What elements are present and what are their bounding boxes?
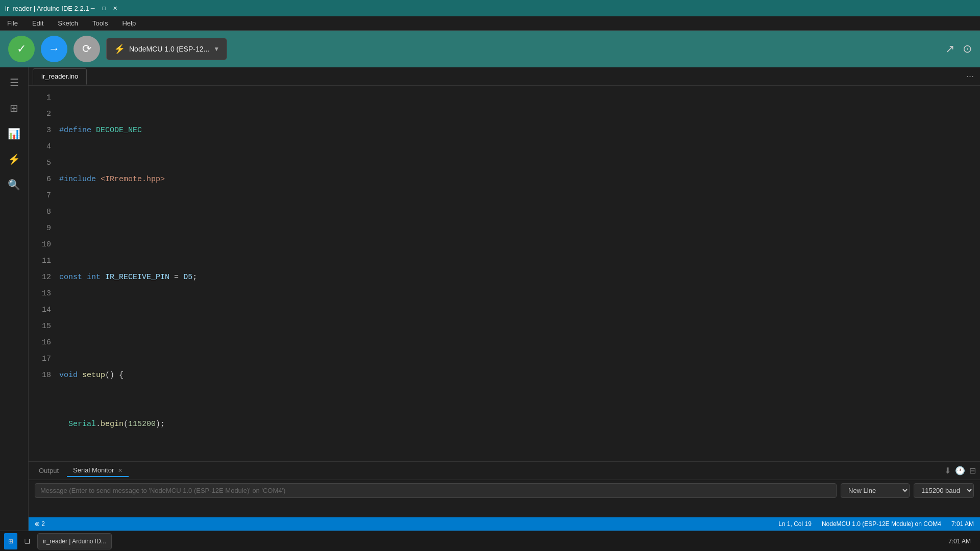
status-bar: ⊗ 2 Ln 1, Col 19 NodeMCU 1.0 (ESP-12E Mo… xyxy=(29,517,980,531)
menu-item-edit[interactable]: Edit xyxy=(29,18,46,28)
usb-icon: ⚡ xyxy=(114,43,125,55)
chevron-down-icon: ▼ xyxy=(213,45,219,53)
clock-icon[interactable]: 🕐 xyxy=(955,466,965,475)
sidebar-icon-charts[interactable]: 📊 xyxy=(4,123,24,144)
code-content[interactable]: #define DECODE_NEC #include <IRremote.hp… xyxy=(59,86,980,461)
taskbar: ⊞ ❑ ir_reader | Arduino ID... 7:01 AM xyxy=(0,531,980,551)
monitor-button[interactable]: ⊙ xyxy=(963,42,972,56)
tab-filename-label: ir_reader.ino xyxy=(41,72,78,80)
toolbar-right: ↗ ⊙ xyxy=(945,42,972,56)
upload-button[interactable]: → xyxy=(41,36,67,62)
app-taskbar-button[interactable]: ir_reader | Arduino ID... xyxy=(37,533,112,549)
main-area: ☰ ⊞ 📊 ⚡ 🔍 ir_reader.ino ··· 1234 5678 91… xyxy=(0,67,980,531)
menu-item-help[interactable]: Help xyxy=(119,18,139,28)
title-bar: ir_reader | Arduino IDE 2.2.1 ─ □ ✕ xyxy=(0,0,980,16)
status-board: NodeMCU 1.0 (ESP-12E Module) on COM4 xyxy=(822,520,941,528)
serial-message-input[interactable] xyxy=(35,483,837,498)
serial-input-bar: No Line EndingNewlineCarriage ReturnNew … xyxy=(29,480,980,501)
status-errors: ⊗ 2 xyxy=(35,520,45,528)
baud-select[interactable]: 9600 baud115200 baud57600 baud xyxy=(914,483,974,498)
title-text: ir_reader | Arduino IDE 2.2.1 xyxy=(5,5,89,12)
sidebar-icon-files[interactable]: ⊞ xyxy=(4,98,24,118)
window-controls: ─ □ ✕ xyxy=(89,5,119,12)
filter-icon[interactable]: ⊟ xyxy=(969,466,976,475)
serial-monitor-close[interactable]: ✕ xyxy=(118,467,122,473)
scroll-down-icon[interactable]: ⬇ xyxy=(944,466,951,475)
menu-bar: FileEditSketchToolsHelp xyxy=(0,16,980,31)
sidebar-icon-debug[interactable]: ⚡ xyxy=(4,149,24,169)
start-button[interactable]: ⊞ xyxy=(4,533,17,549)
taskview-button[interactable]: ❑ xyxy=(19,533,35,549)
tab-bar: ir_reader.ino ··· xyxy=(29,67,980,86)
board-selector[interactable]: ⚡ NodeMCU 1.0 (ESP-12... ▼ xyxy=(106,38,227,60)
plotter-button[interactable]: ↗ xyxy=(945,42,954,56)
serial-monitor-tab[interactable]: Serial Monitor ✕ xyxy=(67,464,129,477)
sidebar-icon-menu[interactable]: ☰ xyxy=(4,72,24,93)
newline-select[interactable]: No Line EndingNewlineCarriage ReturnNew … xyxy=(841,483,910,498)
toolbar: ✓ → ⟳ ⚡ NodeMCU 1.0 (ESP-12... ▼ ↗ ⊙ xyxy=(0,31,980,67)
board-name-label: NodeMCU 1.0 (ESP-12... xyxy=(129,45,209,53)
verify-button[interactable]: ✓ xyxy=(8,36,35,62)
status-position: Ln 1, Col 19 xyxy=(778,520,812,528)
restore-button[interactable]: □ xyxy=(101,5,108,12)
menu-item-file[interactable]: File xyxy=(4,18,21,28)
bottom-panel: Output Serial Monitor ✕ ⬇ 🕐 ⊟ No Line En… xyxy=(29,461,980,517)
minimize-button[interactable]: ─ xyxy=(89,5,96,12)
tab-more-button[interactable]: ··· xyxy=(960,71,980,82)
status-time: 7:01 AM xyxy=(951,520,974,528)
bottom-tabs: Output Serial Monitor ✕ ⬇ 🕐 ⊟ xyxy=(29,462,980,480)
output-tab[interactable]: Output xyxy=(33,465,65,477)
menu-item-tools[interactable]: Tools xyxy=(89,18,111,28)
tab-ir-reader[interactable]: ir_reader.ino xyxy=(33,68,87,85)
menu-item-sketch[interactable]: Sketch xyxy=(55,18,81,28)
close-button[interactable]: ✕ xyxy=(112,5,119,12)
bottom-tab-actions: ⬇ 🕐 ⊟ xyxy=(944,466,976,475)
taskbar-time: 7:01 AM xyxy=(943,538,976,545)
code-editor[interactable]: 1234 5678 9101112 13141516 1718 #define … xyxy=(29,86,980,461)
sidebar: ☰ ⊞ 📊 ⚡ 🔍 xyxy=(0,67,29,531)
sidebar-icon-search[interactable]: 🔍 xyxy=(4,174,24,195)
serial-controls: No Line EndingNewlineCarriage ReturnNew … xyxy=(841,483,974,498)
status-right: Ln 1, Col 19 NodeMCU 1.0 (ESP-12E Module… xyxy=(778,520,974,528)
debug-button[interactable]: ⟳ xyxy=(74,36,100,62)
line-numbers: 1234 5678 9101112 13141516 1718 xyxy=(29,86,59,461)
editor-wrapper: ir_reader.ino ··· 1234 5678 9101112 1314… xyxy=(29,67,980,531)
